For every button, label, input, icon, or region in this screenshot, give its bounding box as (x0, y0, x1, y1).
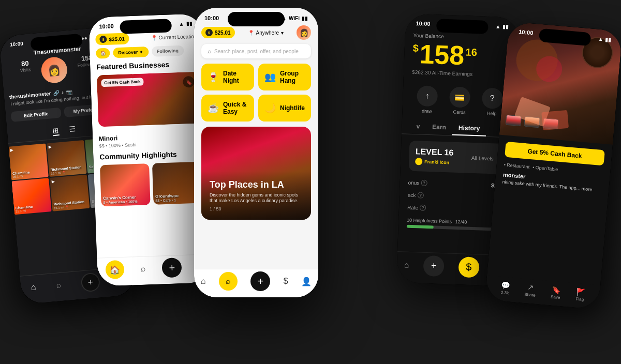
community-card-1[interactable]: Canwin's Corner $ • American • 100% (100, 163, 151, 206)
balance-badge[interactable]: $ $25.01 (95, 33, 129, 45)
detail-actions: 💬 2.3k ↗ Share 🔖 Save 🚩 Flag (493, 280, 593, 303)
opentable-tag: • OpenTable (533, 164, 558, 172)
cards-action[interactable]: 💳 Cards (449, 86, 470, 115)
level-card: LEVEL 16 Franki Icon All Levels → (409, 141, 507, 175)
info-icon-bonus: ? (421, 180, 427, 186)
home-nav-3[interactable]: ⌂ (201, 277, 206, 286)
tab-home[interactable]: 🏠 (96, 48, 110, 59)
info-icon-rate: ? (420, 204, 426, 210)
search-bar[interactable]: ⌕ Search place, post, offer, and people (201, 44, 311, 58)
avatar: 👩 (40, 56, 68, 84)
hero-card[interactable]: Top Places in LA Discover the hidden gem… (201, 127, 311, 220)
wallet-balance: Your Balance $ 158 16 $262.30 All-Time E… (404, 28, 519, 85)
save-label: Save (551, 294, 560, 300)
add-button-4[interactable]: + (423, 255, 444, 276)
flag-action[interactable]: 🚩 Flag (575, 287, 585, 302)
grid-item[interactable]: ▶ Richmond Station 16.1 mi 📍 (47, 140, 86, 177)
flag-icon: 🚩 (575, 287, 585, 296)
search-nav-3[interactable]: ⌕ (219, 272, 238, 291)
nightlife-card[interactable]: 🌙 Nightlife (258, 95, 311, 122)
grid-item-overlay: Richmond Station 16.1 mi 📍 (50, 165, 85, 175)
withdraw-label: draw (422, 109, 432, 114)
withdraw-action[interactable]: ↑ draw (417, 85, 438, 114)
home-nav-2[interactable]: 🏠 (105, 260, 124, 279)
save-action[interactable]: 🔖 Save (551, 285, 561, 300)
edit-profile-button[interactable]: Edit Profile (11, 107, 62, 122)
share-icon: ↗ (527, 283, 534, 292)
grid-item[interactable]: ▶ Chamsine 25.1 mi (8, 143, 48, 180)
progress-bar-fill (407, 225, 434, 229)
dollar-button-4[interactable]: $ (458, 256, 479, 278)
grid-view-icon[interactable]: ⊞ (52, 126, 60, 136)
date-night-card[interactable]: 🍷 Date Night (201, 64, 254, 90)
info-icon-cashback: ? (417, 192, 423, 198)
home-nav[interactable]: ⌂ (31, 282, 36, 292)
grid-item[interactable]: ▶ Richmond Station 16.1 mi 📍 (50, 174, 90, 211)
cards-label: Cards (453, 110, 465, 115)
category-grid: 🍷 Date Night 👥 Group Hang ☕ Quick & Easy… (194, 64, 318, 127)
notch-3 (228, 12, 285, 26)
tab-earn[interactable]: Earn (426, 120, 453, 135)
search-nav[interactable]: ⌕ (56, 280, 62, 290)
search-nav-icon: ⌕ (56, 280, 62, 290)
rate-label: Rate ? (407, 204, 426, 211)
grid-item-overlay: Richmond Station 16.1 mi 📍 (53, 200, 88, 210)
tab-history[interactable]: History (452, 121, 486, 136)
date-night-icon: 🍷 (208, 71, 219, 83)
home-nav-4[interactable]: ⌂ (404, 260, 409, 269)
share-action[interactable]: ↗ Share (524, 283, 537, 298)
restaurant-price: $$ (99, 143, 105, 148)
location-badge[interactable]: 📍 Current Location (151, 33, 197, 40)
detail-bottom-bar: 💬 2.3k ↗ Share 🔖 Save 🚩 Flag (485, 276, 600, 310)
balance-amount: $25.01 (109, 36, 125, 42)
all-time-earnings: $262.30 All-Time Earnings (412, 69, 509, 79)
group-hang-card[interactable]: 👥 Group Hang (258, 64, 311, 90)
status-time-5: 10:00 (519, 28, 534, 36)
detail-content: Get 5% Cash Back • Restaurant • OpenTabl… (494, 135, 613, 205)
tab-following[interactable]: Following (152, 46, 184, 57)
search-nav-2[interactable]: ⌕ (140, 264, 146, 273)
balance-icon: $ (99, 36, 107, 43)
decor-4 (541, 110, 569, 130)
balance-amount-4: $ 158 16 (412, 40, 511, 71)
phone-main: 10:00 ▲ WiFi ▮▮ $ $25.01 📍 Anywhere ▾ 👩 (194, 8, 318, 297)
location-selector[interactable]: 📍 Anywhere ▾ (248, 30, 284, 36)
user-avatar-3[interactable]: 👩 (297, 25, 311, 40)
date-night-label: Date Night (223, 70, 248, 84)
play-icon: ▶ (51, 179, 55, 184)
phone-detail: 10:00 ▲ ▮▮ (485, 21, 621, 309)
add-button-2[interactable]: + (162, 257, 182, 278)
comment-icon: 💬 (501, 281, 510, 290)
all-levels-link[interactable]: All Levels → (471, 155, 500, 162)
main-header: $ $25.01 📍 Anywhere ▾ 👩 (194, 23, 318, 44)
restaurant-tag: • Restaurant (504, 162, 529, 170)
help-action[interactable]: ? Help (481, 88, 503, 116)
phone-discover: 10:00 ▲ ▮▮ $ $25.01 📍 Current Location (88, 13, 212, 286)
balance-badge-3[interactable]: $ $25.01 (201, 27, 235, 38)
home-icon-tab: 🏠 (100, 51, 106, 56)
grid-item[interactable]: Chamsine 25.1 mi (11, 178, 51, 215)
bottom-nav-3: ⌂ ⌕ + $ 👤 (194, 269, 318, 297)
quick-easy-card[interactable]: ☕ Quick & Easy (201, 95, 254, 122)
main-screen: 10:00 ▲ WiFi ▮▮ $ $25.01 📍 Anywhere ▾ 👩 (194, 8, 318, 297)
location-pin-3: 📍 (248, 30, 254, 36)
cashback-badge: Get 5% Cash Back (101, 78, 144, 87)
add-button-3[interactable]: + (250, 271, 270, 291)
tab-v[interactable]: v (410, 119, 426, 134)
status-time-2: 10:00 (99, 23, 114, 29)
restaurant-rating: 100% (109, 143, 121, 148)
tab-discover[interactable]: Discover ✦ (113, 47, 149, 58)
hero-pagination: 1 / 50 (210, 206, 303, 211)
comment-action[interactable]: 💬 2.3k (500, 281, 510, 295)
group-hang-label: Group Hang (280, 70, 305, 84)
cashback-button[interactable]: Get 5% Cash Back (505, 142, 605, 166)
avatar-container: 👩 (40, 56, 68, 84)
detail-screen: 10:00 ▲ ▮▮ (485, 21, 621, 309)
profile-nav-3[interactable]: 👤 (301, 277, 312, 286)
featured-card[interactable]: Get 5% Cash Back 🔖 (97, 72, 200, 127)
notch-2 (120, 19, 172, 34)
link-icon: 🔗 (53, 90, 60, 96)
list-view-icon[interactable]: ☰ (69, 125, 77, 134)
withdraw-icon: ↑ (417, 85, 438, 107)
dollar-nav-3[interactable]: $ (284, 277, 288, 286)
